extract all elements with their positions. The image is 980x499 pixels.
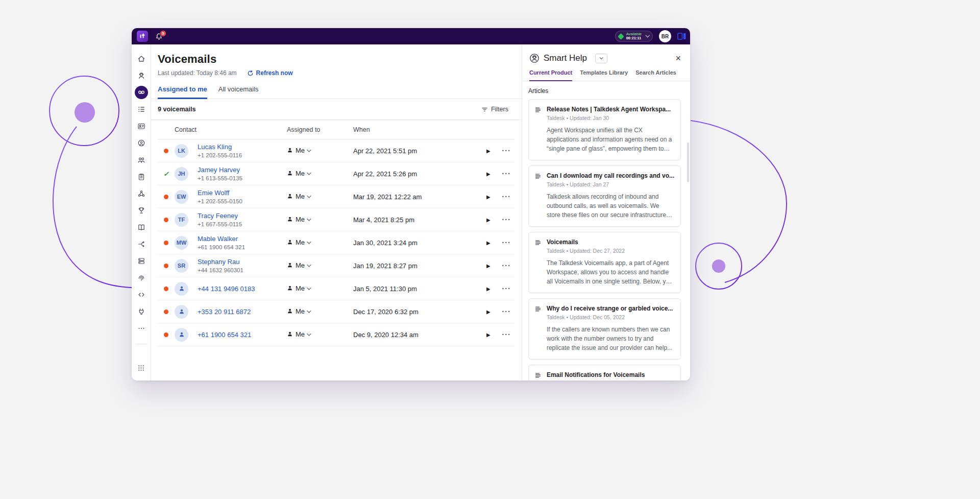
- more-options-button[interactable]: ⋯: [501, 263, 510, 268]
- person-icon: [287, 262, 293, 268]
- home-icon: [137, 55, 145, 63]
- sidebar-item-biometrics[interactable]: [135, 271, 148, 284]
- tab-assigned-to-me[interactable]: Assigned to me: [158, 85, 207, 99]
- sidebar-item-agents[interactable]: [135, 69, 148, 82]
- article-card[interactable]: Email Notifications for Voicemails Talde…: [528, 365, 681, 381]
- agent-status-dropdown[interactable]: Available 00:21:11: [615, 31, 653, 42]
- voicemail-row[interactable]: LK Lucas Kling+1 202-555-0116 Me Apr 22,…: [158, 139, 514, 162]
- play-button[interactable]: ▶: [486, 171, 491, 177]
- play-button[interactable]: ▶: [486, 217, 491, 223]
- assigned-to-dropdown[interactable]: Me: [287, 239, 310, 246]
- refresh-now-button[interactable]: Refresh now: [247, 69, 293, 77]
- more-options-button[interactable]: ⋯: [501, 309, 510, 314]
- voicemail-row[interactable]: +61 1900 654 321 Me Dec 9, 2020 12:34 am…: [158, 323, 514, 346]
- help-apps-dropdown[interactable]: [595, 54, 607, 63]
- play-button[interactable]: ▶: [486, 194, 491, 200]
- sidebar-item-home[interactable]: [135, 52, 148, 65]
- assigned-to-dropdown[interactable]: Me: [287, 193, 310, 200]
- contact-phone: +44 1632 960301: [198, 267, 287, 273]
- assigned-to-dropdown[interactable]: Me: [287, 147, 310, 154]
- voicemail-row[interactable]: +353 20 911 6872 Me Dec 17, 2020 6:32 pm…: [158, 300, 514, 323]
- voicemail-date: Mar 4, 2021 8:25 pm: [353, 216, 476, 224]
- status-new-icon: [164, 195, 168, 199]
- contact-name-link[interactable]: Mable Walker: [198, 235, 284, 243]
- article-card[interactable]: Why do I receive strange or garbled voic…: [528, 298, 681, 360]
- sidebar-item-teams[interactable]: [135, 153, 148, 167]
- play-button[interactable]: ▶: [486, 148, 491, 154]
- voicemail-row[interactable]: +44 131 9496 0183 Me Jan 5, 2021 11:30 p…: [158, 277, 514, 300]
- sidebar-item-agent-status[interactable]: [135, 136, 148, 150]
- assigned-to-dropdown[interactable]: Me: [287, 307, 310, 315]
- assigned-to-dropdown[interactable]: Me: [287, 330, 310, 338]
- person-icon: [287, 239, 293, 245]
- contact-name-link[interactable]: +61 1900 654 321: [198, 331, 284, 339]
- voicemail-row[interactable]: SR Stephany Rau+44 1632 960301 Me Jan 19…: [158, 254, 514, 277]
- tab-all-voicemails[interactable]: All voicemails: [218, 85, 259, 99]
- more-options-button[interactable]: ⋯: [501, 286, 510, 291]
- sidebar-item-routing[interactable]: [135, 237, 148, 251]
- voicemail-date: Jan 19, 2021 8:27 pm: [353, 262, 476, 270]
- voicemails-table: Contact Assigned to When LK Lucas Kling+…: [151, 120, 522, 346]
- more-options-button[interactable]: ⋯: [501, 240, 510, 245]
- filters-button[interactable]: Filters: [481, 106, 508, 113]
- more-options-button[interactable]: ⋯: [501, 332, 510, 337]
- sidebar-item-tasks[interactable]: [135, 170, 148, 183]
- notifications-button[interactable]: 5: [155, 33, 163, 40]
- contact-name-link[interactable]: Emie Wolff: [198, 189, 284, 197]
- voicemail-row[interactable]: TF Tracy Feeney+1 667-555-0115 Me Mar 4,…: [158, 208, 514, 231]
- play-button[interactable]: ▶: [486, 286, 491, 292]
- more-options-button[interactable]: ⋯: [501, 148, 510, 153]
- scrollbar-thumb[interactable]: [687, 142, 689, 182]
- article-card[interactable]: Release Notes | Talkdesk Agent Workspa..…: [528, 99, 681, 160]
- article-card[interactable]: Voicemails Taldesk • Updated: Dec 27, 20…: [528, 232, 681, 293]
- sidebar-divider: [136, 344, 147, 344]
- sidebar-item-knowledge-base[interactable]: [135, 221, 148, 234]
- sidebar-item-more[interactable]: [135, 322, 148, 335]
- sidebar-item-organization[interactable]: [135, 187, 148, 200]
- sidebar-item-activities[interactable]: [135, 103, 148, 116]
- tab-search-articles[interactable]: Search Articles: [635, 69, 676, 81]
- sidebar-item-data[interactable]: [135, 254, 148, 268]
- sidebar-item-gamification[interactable]: [135, 204, 148, 217]
- contact-name-link[interactable]: Lucas Kling: [198, 143, 284, 151]
- article-icon: [534, 173, 542, 180]
- chevron-down-icon: [307, 331, 311, 336]
- assigned-to-dropdown[interactable]: Me: [287, 284, 310, 292]
- assigned-to-dropdown[interactable]: Me: [287, 216, 310, 223]
- ordered-list-icon: [137, 105, 145, 113]
- article-card[interactable]: Can I download my call recordings and vo…: [528, 165, 681, 227]
- assigned-to-dropdown[interactable]: Me: [287, 170, 310, 177]
- available-status-icon: [618, 33, 624, 40]
- contact-name-link[interactable]: Stephany Rau: [198, 258, 284, 266]
- contact-card-icon: [137, 122, 145, 130]
- voicemail-date: Apr 22, 2021 5:51 pm: [353, 147, 476, 155]
- play-button[interactable]: ▶: [486, 240, 491, 246]
- play-button[interactable]: ▶: [486, 309, 491, 315]
- sidebar-item-integrations[interactable]: [135, 305, 148, 318]
- filter-icon: [481, 106, 488, 113]
- sidebar-item-developer[interactable]: [135, 288, 148, 301]
- contact-name-link[interactable]: +44 131 9496 0183: [198, 285, 284, 293]
- more-options-button[interactable]: ⋯: [501, 171, 510, 176]
- voicemail-row[interactable]: EW Emie Wolff+1 202-555-0150 Me Mar 19, …: [158, 185, 514, 208]
- assigned-to-dropdown[interactable]: Me: [287, 262, 310, 269]
- contact-name-link[interactable]: +353 20 911 6872: [198, 308, 284, 316]
- contact-name-link[interactable]: Jamey Harvey: [198, 166, 284, 174]
- close-panel-button[interactable]: ×: [675, 55, 681, 62]
- voicemail-row[interactable]: ✓ JH Jamey Harvey+1 613-555-0135 Me Apr …: [158, 162, 514, 185]
- contact-name-link[interactable]: Tracy Feeney: [198, 212, 284, 220]
- sidebar-item-voicemails[interactable]: [135, 86, 148, 99]
- play-button[interactable]: ▶: [486, 263, 491, 269]
- tab-templates-library[interactable]: Templates Library: [580, 69, 628, 81]
- sidebar-item-apps-grid[interactable]: [135, 361, 148, 374]
- side-panel-toggle-button[interactable]: [677, 32, 686, 40]
- more-options-button[interactable]: ⋯: [501, 217, 510, 222]
- more-options-button[interactable]: ⋯: [501, 194, 510, 199]
- talkdesk-logo-icon[interactable]: [137, 31, 148, 42]
- sidebar-item-contacts[interactable]: [135, 120, 148, 133]
- tab-current-product[interactable]: Current Product: [529, 69, 572, 81]
- user-avatar[interactable]: BR: [659, 30, 671, 42]
- person-icon: [179, 331, 185, 338]
- play-button[interactable]: ▶: [486, 332, 491, 338]
- voicemail-row[interactable]: MW Mable Walker+61 1900 654 321 Me Jan 3…: [158, 231, 514, 254]
